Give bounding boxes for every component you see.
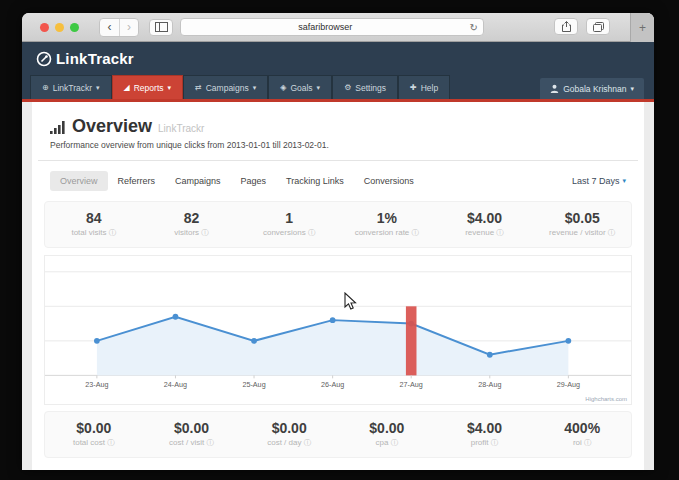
stat-label: cpa ⓘ <box>338 438 436 448</box>
stat-label: total visits ⓘ <box>45 228 143 238</box>
chart-icon: ◢ <box>124 83 130 92</box>
date-range-label: Last 7 Days <box>572 176 620 186</box>
bar-chart-icon <box>50 120 66 134</box>
nav-label: Help <box>421 83 438 93</box>
info-icon[interactable]: ⓘ <box>304 438 312 447</box>
nav-label: LinkTrackr <box>53 83 92 93</box>
page-subtitle: Performance overview from unique clicks … <box>38 137 638 150</box>
stat-label: revenue ⓘ <box>436 228 534 238</box>
nav-label: Campaigns <box>206 83 249 93</box>
address-bar[interactable]: safaribrowser ↻ <box>180 18 484 36</box>
chevron-down-icon: ▾ <box>96 84 100 92</box>
browser-toolbar: ‹ › safaribrowser ↻ <box>22 13 654 42</box>
tab-referrers[interactable]: Referrers <box>108 171 166 191</box>
url-text: safaribrowser <box>181 22 470 32</box>
help-icon: ✚ <box>410 83 417 92</box>
stat-value: 1 <box>240 210 338 226</box>
mouse-cursor <box>344 292 358 312</box>
nav-label: Goals <box>290 83 312 93</box>
minimize-window-button[interactable] <box>55 23 64 32</box>
chevron-down-icon: ▾ <box>253 84 257 92</box>
forward-button[interactable]: › <box>119 19 138 36</box>
info-icon[interactable]: ⓘ <box>584 438 592 447</box>
info-icon[interactable]: ⓘ <box>608 228 616 237</box>
stat-label: visitors ⓘ <box>143 228 241 238</box>
info-icon[interactable]: ⓘ <box>308 228 316 237</box>
chart-credit[interactable]: Highcharts.com <box>585 396 627 402</box>
tab-campaigns[interactable]: Campaigns <box>165 171 231 191</box>
nav-item-reports[interactable]: ◢ Reports ▾ <box>112 75 183 99</box>
stat-cost-day: $0.00 cost / day ⓘ <box>240 420 338 448</box>
logo-text: LinkTrackr <box>56 50 134 67</box>
stat-label: conversion rate ⓘ <box>338 228 436 238</box>
stat-value: 400% <box>533 420 631 436</box>
visits-area-chart[interactable]: 23-Aug24-Aug25-Aug26-Aug27-Aug28-Aug29-A… <box>45 256 631 404</box>
stat-value: $0.05 <box>533 210 631 226</box>
tab-tracking-links[interactable]: Tracking Links <box>276 171 354 191</box>
share-icon <box>562 21 571 32</box>
stat-profit: $4.00 profit ⓘ <box>436 420 534 448</box>
info-icon[interactable]: ⓘ <box>206 438 214 447</box>
tab-overview-button[interactable] <box>586 18 610 35</box>
site-header: LinkTrackr <box>22 42 654 75</box>
history-nav-buttons: ‹ › <box>99 18 139 37</box>
info-icon[interactable]: ⓘ <box>391 438 399 447</box>
back-button[interactable]: ‹ <box>100 19 119 36</box>
info-icon[interactable]: ⓘ <box>201 228 209 237</box>
info-icon[interactable]: ⓘ <box>496 228 504 237</box>
svg-text:24-Aug: 24-Aug <box>164 380 187 389</box>
nav-item-help[interactable]: ✚ Help <box>398 75 450 99</box>
nav-item-goals[interactable]: ◈ Goals ▾ <box>268 75 332 99</box>
info-icon[interactable]: ⓘ <box>107 438 115 447</box>
nav-item-settings[interactable]: ⚙ Settings <box>332 75 398 99</box>
gear-icon: ⚙ <box>344 83 351 92</box>
diamond-icon: ◈ <box>280 83 286 92</box>
tab-overview[interactable]: Overview <box>50 171 108 191</box>
nav-label: Settings <box>355 83 386 93</box>
window-controls <box>40 23 79 32</box>
tab-pages[interactable]: Pages <box>231 171 277 191</box>
nav-item-campaigns[interactable]: ⇄ Campaigns ▾ <box>183 75 268 99</box>
tab-conversions[interactable]: Conversions <box>354 171 424 191</box>
reload-icon[interactable]: ↻ <box>470 22 478 33</box>
stat-cost-visit: $0.00 cost / visit ⓘ <box>143 420 241 448</box>
shuffle-icon: ⇄ <box>195 83 202 92</box>
new-tab-button[interactable]: + <box>630 13 654 42</box>
svg-text:23-Aug: 23-Aug <box>85 380 108 389</box>
stat-visitors: 82 visitors ⓘ <box>143 210 241 238</box>
stat-revenue: $4.00 revenue ⓘ <box>436 210 534 238</box>
info-icon[interactable]: ⓘ <box>412 228 420 237</box>
stat-label: profit ⓘ <box>436 438 534 448</box>
maximize-window-button[interactable] <box>70 23 79 32</box>
stat-conversions: 1 conversions ⓘ <box>240 210 338 238</box>
user-icon <box>550 84 559 93</box>
date-range-dropdown[interactable]: Last 7 Days ▾ <box>572 176 626 186</box>
toolbar-right-buttons <box>554 18 610 35</box>
browser-window: ‹ › safaribrowser ↻ <box>22 13 654 470</box>
nav-item-linktrackr[interactable]: ⊕ LinkTrackr ▾ <box>30 75 112 99</box>
sidebar-icon <box>155 22 168 32</box>
svg-text:28-Aug: 28-Aug <box>478 380 501 389</box>
svg-text:29-Aug: 29-Aug <box>557 380 580 389</box>
plus-icon: + <box>639 21 646 35</box>
info-icon[interactable]: ⓘ <box>491 438 499 447</box>
linktrackr-logo[interactable]: LinkTrackr <box>36 50 134 67</box>
report-tabs: Overview Referrers Campaigns Pages Track… <box>50 171 626 191</box>
close-window-button[interactable] <box>40 23 49 32</box>
stat-label: conversions ⓘ <box>240 228 338 238</box>
visits-chart-panel: 23-Aug24-Aug25-Aug26-Aug27-Aug28-Aug29-A… <box>44 255 632 405</box>
user-menu[interactable]: Gobala Krishnan ▾ <box>540 78 644 99</box>
content-card: Overview LinkTrackr Performance overview… <box>32 102 644 470</box>
globe-icon: ⊕ <box>42 83 49 92</box>
stat-label: cost / visit ⓘ <box>143 438 241 448</box>
user-name: Gobala Krishnan <box>563 84 626 94</box>
stat-value: $4.00 <box>436 210 534 226</box>
info-icon[interactable]: ⓘ <box>109 228 117 237</box>
share-button[interactable] <box>554 18 578 35</box>
main-nav: ⊕ LinkTrackr ▾ ◢ Reports ▾ ⇄ Campaigns ▾… <box>22 75 654 99</box>
sidebar-toggle-button[interactable] <box>149 19 173 36</box>
stats-panel-top: 84 total visits ⓘ 82 visitors ⓘ 1 conver… <box>44 201 632 248</box>
stat-label: roi ⓘ <box>533 438 631 448</box>
stat-total-visits: 84 total visits ⓘ <box>45 210 143 238</box>
page-title: Overview <box>72 116 152 137</box>
